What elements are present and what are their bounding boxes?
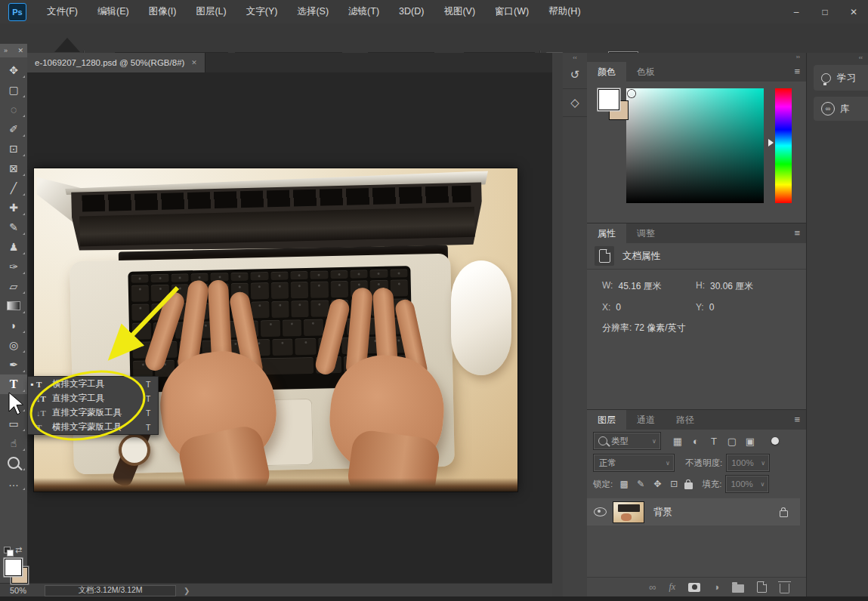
panel-tab[interactable]: 色板 <box>626 62 666 82</box>
toolbar-tool[interactable]: … <box>0 473 27 492</box>
lock-option-icon[interactable]: ⊡ <box>666 479 682 489</box>
toolbar-tool[interactable]: T <box>0 374 27 394</box>
panel-tab[interactable]: 通道 <box>626 410 666 430</box>
toolbar-tool[interactable]: ◎ <box>0 335 27 355</box>
document-tab[interactable]: e-1069207_1280.psd @ 50%(RGB/8#) ✕ <box>27 53 205 72</box>
new-group-icon[interactable] <box>732 584 744 593</box>
color-field[interactable] <box>626 88 764 203</box>
filter-toggle-light[interactable] <box>771 437 779 445</box>
toolbar-tool[interactable]: ✚ <box>0 198 27 217</box>
toolbar-tool[interactable]: ♟ <box>0 237 27 257</box>
flyout-menu-item[interactable]: ↓T 直排文字工具 T <box>28 391 158 405</box>
flyout-menu-item[interactable]: ■ T 横排文字工具 T <box>28 377 158 391</box>
blend-mode-select[interactable]: 正常 ∨ <box>593 454 675 472</box>
collapse-dock-icon[interactable]: ‹‹ <box>563 53 587 61</box>
panel-menu-icon[interactable]: ≡ <box>794 227 800 239</box>
close-button[interactable]: ✕ <box>839 0 868 23</box>
eye-icon <box>594 507 607 516</box>
toolbar-tool[interactable]: ➤ <box>0 394 27 414</box>
toolbar-tool[interactable]: ▭ <box>0 414 27 433</box>
toolbar-tool[interactable] <box>0 296 27 316</box>
toolbar-tool[interactable]: ◌ <box>0 100 27 119</box>
visibility-toggle[interactable] <box>587 507 613 516</box>
close-toolbar-icon[interactable]: ✕ <box>17 47 23 54</box>
lock-option-icon[interactable]: ✥ <box>649 479 666 489</box>
panel-tab[interactable]: 调整 <box>626 223 666 243</box>
toolbar-tool[interactable]: ▢ <box>0 80 27 100</box>
toolbar-tool[interactable]: ▱ <box>0 276 27 296</box>
toolbar-tool[interactable]: ⊡ <box>0 139 27 159</box>
menu-item[interactable]: 帮助(H) <box>539 0 590 23</box>
add-layer-mask-icon[interactable] <box>688 583 700 592</box>
toolbar-tool[interactable]: ╱ <box>0 178 27 198</box>
minimize-button[interactable]: – <box>782 0 811 23</box>
toolbar-tool[interactable]: ☝ <box>0 433 27 453</box>
maximize-button[interactable]: □ <box>811 0 839 23</box>
collapse-toolbar-icon[interactable]: » <box>4 47 8 54</box>
collapse-panels-icon[interactable]: ›› <box>796 54 800 60</box>
menu-item[interactable]: 滤镜(T) <box>338 0 389 23</box>
filter-icon[interactable]: ◐ <box>687 436 705 447</box>
filter-icon[interactable]: ▢ <box>723 436 741 447</box>
layer-filter-select[interactable]: 类型 ∨ <box>593 432 661 450</box>
toolbar-tool[interactable]: ✐ <box>0 119 27 139</box>
menu-item[interactable]: 图层(L) <box>186 0 236 23</box>
adjustment-layer-icon[interactable]: ◑ <box>713 581 719 593</box>
flyout-menu-item[interactable]: ↓T 直排文字蒙版工具 T <box>28 405 158 420</box>
zoom-level-field[interactable]: 50% <box>10 586 40 595</box>
toolbar-tool[interactable]: ✒ <box>0 355 27 374</box>
panel-tab[interactable]: 属性 <box>587 223 626 243</box>
toolbar-tool[interactable]: ⊠ <box>0 159 27 178</box>
fill-input[interactable]: 100% ∨ <box>725 475 769 493</box>
flyout-menu-item[interactable]: T 横排文字蒙版工具 T <box>28 420 158 434</box>
opacity-input[interactable]: 100% ∨ <box>726 454 770 472</box>
libraries-panel-button[interactable]: ∞ 库 <box>814 97 868 121</box>
new-layer-icon[interactable] <box>757 581 767 593</box>
filter-icon[interactable]: T <box>705 436 723 447</box>
foreground-color-swatch[interactable] <box>5 559 22 576</box>
toolbar-tool[interactable]: ✑ <box>0 257 27 276</box>
foreground-color-swatch[interactable] <box>598 89 619 110</box>
layer-row-background[interactable]: 背景 <box>587 498 800 525</box>
layer-filter-buttons: ▦◐T▢▣ <box>669 436 759 447</box>
menu-item[interactable]: 文件(F) <box>37 0 88 23</box>
panel-menu-icon[interactable]: ≡ <box>794 414 800 425</box>
delete-layer-icon[interactable] <box>780 584 789 593</box>
panel-tab[interactable]: 颜色 <box>587 62 626 82</box>
creative-cloud-icon: ∞ <box>821 102 835 116</box>
panel-tab[interactable]: 路径 <box>666 410 705 430</box>
3d-panel-button[interactable]: ◇ <box>563 89 587 117</box>
menu-item[interactable]: 视图(V) <box>434 0 485 23</box>
panel-menu-icon[interactable]: ≡ <box>794 66 800 77</box>
menu-item[interactable]: 选择(S) <box>287 0 338 23</box>
swap-colors-icon[interactable]: ⇄ <box>15 545 22 555</box>
status-expander-icon[interactable]: ❯ <box>184 587 190 595</box>
hue-slider[interactable] <box>775 88 792 203</box>
filter-icon[interactable]: ▣ <box>741 436 759 447</box>
default-colors-icon[interactable] <box>4 547 14 556</box>
link-layers-icon[interactable]: ∞ <box>649 581 656 593</box>
tool-icon: ♟ <box>9 242 19 252</box>
menu-item[interactable]: 窗口(W) <box>485 0 539 23</box>
lock-all-icon[interactable] <box>684 482 693 489</box>
menu-item[interactable]: 文字(Y) <box>236 0 288 23</box>
lock-option-icon[interactable]: ✎ <box>632 479 649 489</box>
menu-item[interactable]: 3D(D) <box>389 0 434 23</box>
close-tab-icon[interactable]: ✕ <box>191 59 197 66</box>
toolbar-tool[interactable]: ◗ <box>0 316 27 335</box>
panel-tab[interactable]: 图层 <box>587 410 626 430</box>
collapse-dock-icon[interactable]: ‹‹ <box>807 53 868 61</box>
toolbar-tool[interactable]: ✥ <box>0 60 27 80</box>
hue-slider-marker[interactable] <box>768 139 774 146</box>
history-panel-button[interactable]: ↺ <box>563 61 587 89</box>
canvas-area[interactable] <box>27 72 552 583</box>
toolbar-tool[interactable]: ✎ <box>0 217 27 237</box>
learn-panel-button[interactable]: 学习 <box>814 65 868 91</box>
toolbar-tool[interactable] <box>0 453 27 473</box>
menu-item[interactable]: 图像(I) <box>139 0 187 23</box>
menu-item[interactable]: 编辑(E) <box>88 0 139 23</box>
layer-thumbnail[interactable] <box>613 501 644 523</box>
layer-effects-icon[interactable]: fx <box>669 581 675 593</box>
lock-option-icon[interactable]: ▩ <box>616 479 632 489</box>
filter-icon[interactable]: ▦ <box>669 436 687 447</box>
